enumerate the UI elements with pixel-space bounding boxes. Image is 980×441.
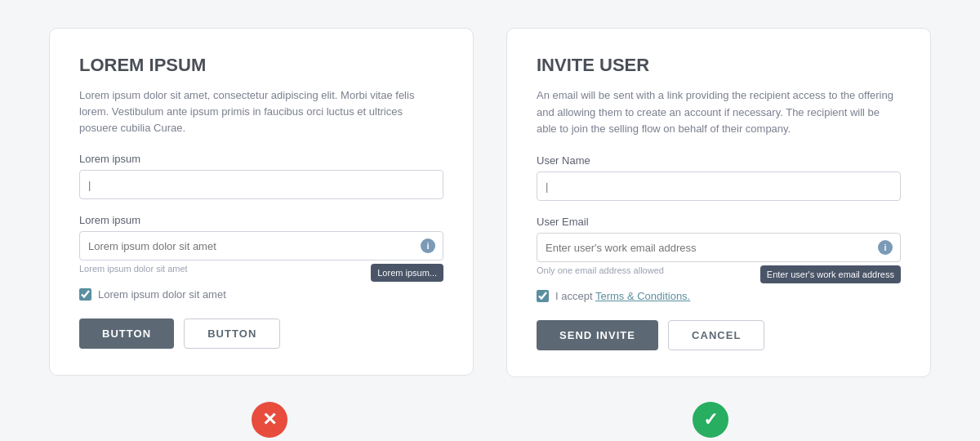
right-field1-label: User Name <box>537 154 901 167</box>
left-field2-group: Lorem ipsum i Lorem ipsum... Lorem ipsum… <box>79 214 443 274</box>
left-checkbox-wrap: Lorem ipsum dolor sit amet <box>79 288 443 301</box>
left-card-title: LOREM IPSUM <box>79 55 443 76</box>
left-field1-group: Lorem ipsum <box>79 153 443 199</box>
right-field1-input-wrap <box>537 172 901 201</box>
right-checkbox[interactable] <box>537 290 549 302</box>
right-field2-info-icon[interactable]: i <box>878 240 893 255</box>
left-checkbox[interactable] <box>79 288 91 301</box>
left-field2-input[interactable] <box>79 231 443 261</box>
cancel-button[interactable]: CANCEL <box>668 320 764 350</box>
right-field2-label: User Email <box>537 216 901 228</box>
left-field2-input-wrap: i Lorem ipsum... <box>79 231 443 261</box>
left-card: LOREM IPSUM Lorem ipsum dolor sit amet, … <box>49 28 474 376</box>
left-checkbox-label: Lorem ipsum dolor sit amet <box>98 288 226 301</box>
bottom-row: ✕ ✓ <box>0 402 980 438</box>
left-primary-button[interactable]: BUTTON <box>79 318 174 349</box>
right-field2-group: User Email i Enter user's work email add… <box>537 216 901 275</box>
left-field2-label: Lorem ipsum <box>79 214 443 226</box>
right-field1-group: User Name <box>537 154 901 201</box>
terms-link[interactable]: Terms & Conditions. <box>595 290 690 302</box>
right-card: INVITE USER An email will be sent with a… <box>506 28 931 377</box>
accept-icon[interactable]: ✓ <box>693 402 728 438</box>
right-field2-tooltip: Enter user's work email address <box>760 265 901 283</box>
left-field1-label: Lorem ipsum <box>79 153 443 165</box>
left-secondary-button[interactable]: BUTTON <box>184 318 280 349</box>
left-field1-input[interactable] <box>79 170 443 199</box>
left-field2-tooltip: Lorem ipsum... <box>371 264 443 282</box>
right-field2-input[interactable] <box>537 233 901 262</box>
reject-icon[interactable]: ✕ <box>252 402 287 438</box>
left-field1-input-wrap <box>79 170 443 199</box>
right-checkbox-wrap: I accept Terms & Conditions. <box>537 290 901 302</box>
right-bottom-icon-wrap: ✓ <box>490 402 931 438</box>
right-card-title: INVITE USER <box>537 55 901 76</box>
right-field2-input-wrap: i Enter user's work email address <box>537 233 901 262</box>
right-checkbox-label: I accept Terms & Conditions. <box>555 290 690 302</box>
send-invite-button[interactable]: SEND INVITE <box>537 320 658 350</box>
right-field1-input[interactable] <box>537 172 901 201</box>
right-btn-row: SEND INVITE CANCEL <box>537 320 901 350</box>
left-card-description: Lorem ipsum dolor sit amet, consectetur … <box>79 87 443 136</box>
left-field2-info-icon[interactable]: i <box>421 238 435 253</box>
left-bottom-icon-wrap: ✕ <box>49 402 490 438</box>
left-btn-row: BUTTON BUTTON <box>79 318 443 349</box>
right-card-description: An email will be sent with a link provid… <box>537 87 901 138</box>
